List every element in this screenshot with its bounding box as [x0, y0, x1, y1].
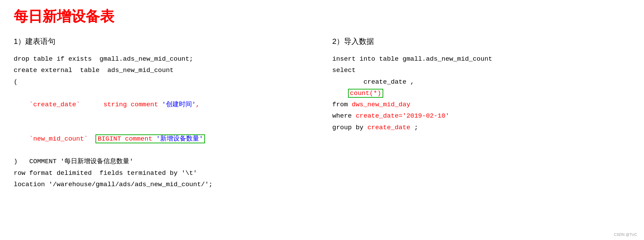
- line-create-date-field: `create_date` string comment '创建时间',: [14, 88, 312, 122]
- line-from: from dws_new_mid_day: [332, 99, 630, 110]
- line-group-by: group by create_date ;: [332, 122, 630, 133]
- bigint-comment: BIGINT comment '新增设备数量': [98, 135, 203, 143]
- line-comment: ) COMMENT '每日新增设备信息数量': [14, 156, 312, 167]
- line-select-count: count(*): [332, 88, 630, 99]
- section1-code: drop table if exists gmall.ads_new_mid_c…: [14, 53, 312, 190]
- field-create-date: `create_date`: [29, 101, 80, 108]
- section-insert-data: 2）导入数据 insert into table gmall.ads_new_m…: [332, 36, 630, 133]
- field-new-mid: `new_mid_count`: [29, 135, 88, 143]
- line-drop: drop table if exists gmall.ads_new_mid_c…: [14, 53, 312, 65]
- line-paren-open: (: [14, 76, 312, 88]
- highlight-count: count(*): [348, 89, 383, 98]
- where-condition: create_date='2019-02-10': [356, 112, 449, 120]
- page-title: 每日新增设备表: [14, 7, 630, 26]
- line-new-mid-field: `new_mid_count` BIGINT comment '新增设备数量': [14, 122, 312, 156]
- line-select-create-date: create_date ,: [332, 76, 630, 88]
- from-table: dws_new_mid_day: [352, 101, 410, 108]
- line-row-format: row format delimited fields terminated b…: [14, 168, 312, 179]
- group-by-field: create_date: [368, 124, 410, 131]
- line-insert: insert into table gmall.ads_new_mid_coun…: [332, 53, 630, 65]
- section2-heading: 2）导入数据: [332, 36, 630, 47]
- line-location: location '/warehouse/gmall/ads/ads_new_m…: [14, 179, 312, 190]
- sections-container: 1）建表语句 drop table if exists gmall.ads_ne…: [14, 36, 630, 190]
- line-create: create external table ads_new_mid_count: [14, 65, 312, 76]
- watermark: CSDN @TUC: [614, 232, 637, 237]
- field-create-date-type: string comment '创建时间',: [103, 101, 199, 108]
- count-expr: count(*): [350, 89, 381, 97]
- section1-heading: 1）建表语句: [14, 36, 312, 47]
- highlight-bigint: BIGINT comment '新增设备数量': [95, 134, 205, 143]
- line-select: select: [332, 65, 630, 76]
- section2-code: insert into table gmall.ads_new_mid_coun…: [332, 53, 630, 133]
- section-create-table: 1）建表语句 drop table if exists gmall.ads_ne…: [14, 36, 312, 190]
- line-where: where create_date='2019-02-10': [332, 110, 630, 122]
